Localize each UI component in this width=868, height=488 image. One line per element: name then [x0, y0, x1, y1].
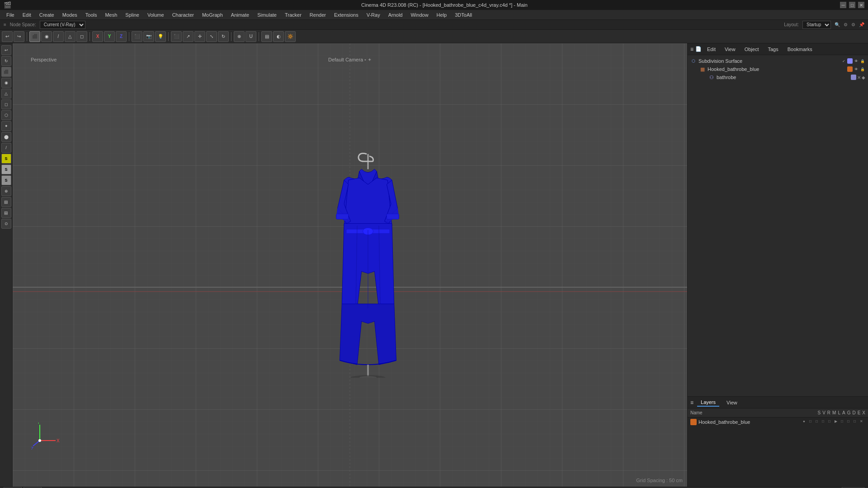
left-line-button[interactable]: / [1, 143, 11, 153]
left-grid1-button[interactable]: ▤ [1, 197, 11, 207]
tree-item-bathrobe[interactable]: ▦ Hooked_bathrobe_blue 👁 🔒 [688, 65, 868, 73]
panel-tab-edit[interactable]: Edit [703, 46, 719, 53]
pin-icon[interactable]: 📌 [859, 22, 864, 27]
menu-help[interactable]: Help [433, 11, 451, 19]
tab-view-layers[interactable]: View [723, 399, 741, 406]
layer-solo[interactable]: ● [803, 419, 808, 425]
panel-tab-bookmarks[interactable]: Bookmarks [784, 46, 816, 53]
point-mode-button[interactable]: ◉ [41, 31, 52, 42]
search-icon[interactable]: 🔍 [835, 22, 840, 27]
menu-render[interactable]: Render [306, 11, 330, 19]
edge-mode-button[interactable]: / [53, 31, 64, 42]
menu-animate[interactable]: Animate [227, 11, 253, 19]
layer-render[interactable]: □ [816, 419, 821, 425]
panel-tab-object[interactable]: Object [741, 46, 763, 53]
left-grid2-button[interactable]: ▤ [1, 208, 11, 218]
left-circle-button[interactable]: ⬤ [1, 132, 11, 142]
separator-1 [27, 32, 27, 41]
menu-arnold[interactable]: Arnold [385, 11, 406, 19]
model-mode-button[interactable]: ⬛ [29, 31, 40, 42]
move-tool-button[interactable]: ✛ [194, 31, 205, 42]
x-axis-button[interactable]: X [92, 31, 103, 42]
menu-character[interactable]: Character [169, 11, 198, 19]
left-move-button[interactable]: ↩ [1, 45, 11, 55]
menu-tracker[interactable]: Tracker [281, 11, 305, 19]
cube-view-button[interactable]: ⬛ [171, 31, 182, 42]
uv-mode-button[interactable]: ◻ [76, 31, 87, 42]
eye-icon-2[interactable]: 👁 [854, 66, 859, 72]
panel-tab-view[interactable]: View [721, 46, 739, 53]
maximize-button[interactable]: □ [849, 2, 855, 8]
left-star-button[interactable]: ✦ [1, 121, 11, 131]
left-s2-button[interactable]: S [1, 164, 11, 174]
obj-dot[interactable] [851, 75, 856, 80]
menu-file[interactable]: File [3, 11, 18, 19]
layer-item-bathrobe[interactable]: Hooked_bathrobe_blue ● □ □ □ □ ▶ □ □ □ ✕ [688, 418, 868, 427]
close-button[interactable]: ✕ [858, 2, 864, 8]
menu-spline[interactable]: Spline [122, 11, 143, 19]
left-model-button[interactable]: ⬛ [1, 67, 11, 77]
y-axis-button[interactable]: Y [104, 31, 115, 42]
check-icon[interactable]: ✓ [841, 58, 846, 64]
rotate-tool-button[interactable]: ↻ [218, 31, 229, 42]
render-view-button[interactable]: 🔆 [285, 31, 296, 42]
scale-tool-button[interactable]: ⤡ [206, 31, 217, 42]
menu-volume[interactable]: Volume [144, 11, 168, 19]
left-poly-button[interactable]: ◻ [1, 99, 11, 109]
left-tri-button[interactable]: △ [1, 89, 11, 99]
gear2-icon[interactable]: ⚙ [851, 22, 855, 27]
redo-button[interactable]: ↪ [14, 31, 24, 42]
tree-item-obj[interactable]: ⚇ bathrobe ✕ ◆ [688, 73, 868, 81]
minimize-button[interactable]: ─ [840, 2, 846, 8]
lock-icon-2[interactable]: 🔒 [860, 66, 865, 72]
subdivision-dot[interactable] [847, 58, 853, 64]
viewport[interactable]: ≡ View Cameras Display Options Filter Pa… [13, 43, 687, 487]
menu-modes[interactable]: Modes [59, 11, 81, 19]
left-point-button[interactable]: ◉ [1, 78, 11, 88]
left-s1-button[interactable]: S [1, 154, 11, 164]
menu-tools[interactable]: Tools [82, 11, 101, 19]
eye-icon[interactable]: 👁 [854, 58, 859, 64]
z-axis-button[interactable]: Z [116, 31, 127, 42]
polygon-mode-button[interactable]: △ [65, 31, 75, 42]
light-tool-button[interactable]: 💡 [155, 31, 166, 42]
settings-icon[interactable]: ⚙ [844, 22, 848, 27]
grid-button[interactable]: ▤ [261, 31, 272, 42]
select-tool-button[interactable]: ↗ [183, 31, 193, 42]
left-plus-button[interactable]: ⊕ [1, 186, 11, 196]
camera-tool-button[interactable]: 📷 [143, 31, 154, 42]
menu-vray[interactable]: V-Ray [363, 11, 384, 19]
tree-item-subdivision[interactable]: ⬡ Subdivision Surface ✓ 👁 🔒 [688, 57, 868, 65]
node-space-select[interactable]: Current (V-Ray) [40, 21, 85, 29]
layer-lock[interactable]: □ [828, 419, 834, 425]
undo-button[interactable]: ↩ [2, 31, 13, 42]
layer-deform[interactable]: □ [847, 419, 853, 425]
layer-play[interactable]: ▶ [835, 419, 840, 425]
menu-3dtoall[interactable]: 3DToAll [451, 11, 476, 19]
display-button[interactable]: ◐ [273, 31, 284, 42]
panel-tab-tags[interactable]: Tags [764, 46, 782, 53]
menu-mograph[interactable]: MoGraph [198, 11, 226, 19]
layer-manager[interactable]: □ [822, 419, 827, 425]
layer-expr[interactable]: □ [854, 419, 859, 425]
layer-gen[interactable]: □ [841, 419, 846, 425]
menu-create[interactable]: Create [36, 11, 58, 19]
layer-x[interactable]: ✕ [860, 419, 865, 425]
lock-icon[interactable]: 🔒 [860, 58, 865, 64]
menu-edit[interactable]: Edit [19, 11, 35, 19]
cube-tool-button[interactable]: ⬛ [132, 31, 142, 42]
layout-select[interactable]: Startup [802, 21, 831, 29]
menu-simulate[interactable]: Simulate [254, 11, 280, 19]
bathrobe-dot[interactable] [847, 66, 853, 72]
menu-mesh[interactable]: Mesh [101, 11, 121, 19]
left-rotate-button[interactable]: ↻ [1, 56, 11, 66]
tab-layers[interactable]: Layers [697, 399, 719, 407]
left-hex-button[interactable]: ⬡ [1, 110, 11, 120]
left-s3-button[interactable]: S [1, 175, 11, 185]
left-ring-button[interactable]: ⊙ [1, 219, 11, 229]
snap-tool-button[interactable]: ⊕ [234, 31, 245, 42]
magnet-tool-button[interactable]: U [245, 31, 256, 42]
menu-extensions[interactable]: Extensions [330, 11, 362, 19]
layer-eye[interactable]: □ [809, 419, 815, 425]
menu-window[interactable]: Window [407, 11, 432, 19]
